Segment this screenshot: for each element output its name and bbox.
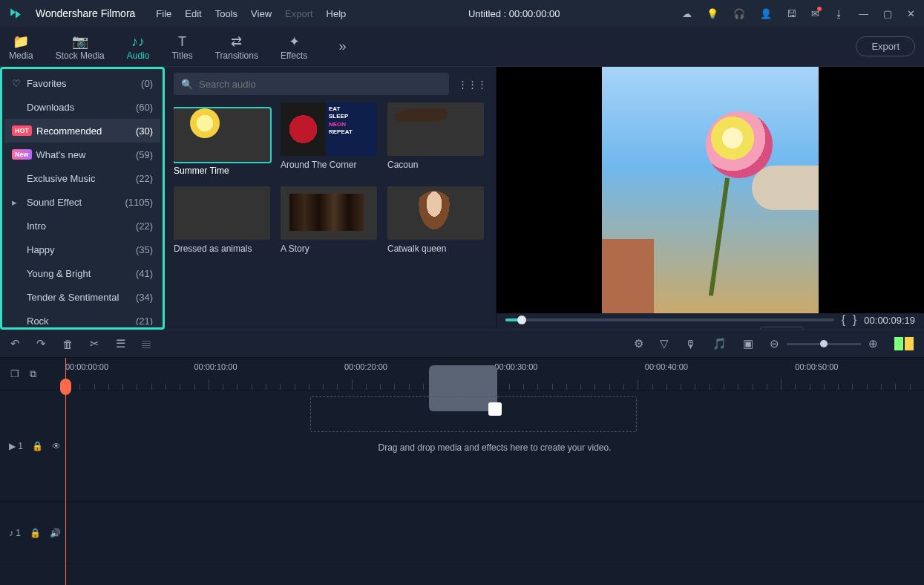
visibility-icon[interactable]: 👁 [52, 441, 61, 451]
thumb-label: Cacoun [387, 160, 484, 170]
thumb-label: Summer Time [174, 166, 270, 176]
magnet-icon[interactable]: ⧉ [30, 368, 36, 380]
playhead[interactable] [65, 358, 66, 585]
sidebar-item-young-bright[interactable]: Young & Bright(41) [4, 261, 160, 285]
new-badge: New [12, 149, 32, 160]
audio-track[interactable] [65, 502, 924, 563]
video-track-header: ▶ 1 🔒 👁 [0, 390, 65, 501]
scopes-icon[interactable] [894, 337, 914, 350]
video-track[interactable]: Drag and drop media and effects here to … [65, 390, 924, 501]
sidebar-item-happy[interactable]: Happy(35) [4, 238, 160, 261]
timeline: ❐ ⧉ 00:00:00:0000:00:10:0000:00:20:0000:… [0, 358, 924, 585]
audio-browser: 🔍 ⋮⋮⋮ Summer TimeEATSLEEPNEONREPEATAroun… [165, 67, 497, 330]
search-input[interactable] [199, 79, 442, 90]
preview-seek-slider[interactable] [505, 318, 834, 321]
tab-effects[interactable]: ✦Effects [281, 32, 307, 61]
maximize-icon[interactable]: ▢ [883, 8, 892, 19]
sidebar-item-tender-sentimental[interactable]: Tender & Sentimental(34) [4, 285, 160, 309]
menu-file[interactable]: File [156, 8, 171, 19]
search-audio[interactable]: 🔍 [174, 73, 449, 95]
audio-thumb[interactable]: Catwalk queen [387, 186, 484, 254]
sidebar-item-label: Exclusive Music [27, 173, 136, 184]
thumb-image [174, 108, 270, 162]
audio-thumb[interactable]: Dressed as animals [174, 186, 270, 254]
thumb-image [281, 186, 377, 240]
mute-icon[interactable]: 🔊 [50, 528, 61, 538]
thumb-image: EATSLEEPNEONREPEAT [281, 102, 377, 156]
redo-button[interactable]: ↷ [36, 337, 46, 350]
sidebar-item-intro[interactable]: Intro(22) [4, 214, 160, 238]
audio-thumb[interactable]: EATSLEEPNEONREPEATAround The Corner [281, 102, 377, 176]
zoom-in-button[interactable]: ⊕ [868, 337, 878, 350]
more-tabs-icon[interactable]: » [338, 39, 346, 54]
sidebar-item-label: Downloads [27, 102, 136, 113]
hot-badge: HOT [12, 125, 32, 136]
sidebar-item-downloads[interactable]: Downloads(60) [4, 95, 160, 119]
minimize-icon[interactable]: — [859, 8, 868, 19]
zoom-slider[interactable] [787, 343, 861, 345]
preview-timecode: 00:00:09:19 [864, 315, 915, 326]
text-icon: T [178, 35, 186, 48]
tab-media[interactable]: 📁Media [9, 32, 33, 61]
export-button[interactable]: Export [856, 36, 915, 56]
sidebar-item-recommended[interactable]: HOTRecommended(30) [4, 119, 160, 143]
audio-wave-icon[interactable]: 𝄙 [142, 337, 151, 350]
save-icon[interactable]: 🖫 [787, 8, 796, 19]
audio-thumb[interactable]: A Story [281, 186, 377, 254]
delete-button[interactable]: 🗑 [62, 338, 73, 350]
sidebar-item-count: (22) [136, 220, 153, 232]
voiceover-icon[interactable]: 🎙 [685, 338, 696, 350]
settings-icon[interactable]: ☰ [116, 337, 125, 350]
menu-help[interactable]: Help [327, 8, 347, 19]
menu-tools[interactable]: Tools [215, 8, 237, 19]
zoom-out-button[interactable]: ⊖ [770, 337, 779, 350]
crop-icon[interactable]: ▣ [743, 337, 753, 350]
close-icon[interactable]: ✕ [907, 8, 915, 19]
menu-edit[interactable]: Edit [185, 8, 201, 19]
thumb-label: A Story [281, 244, 377, 254]
grid-view-icon[interactable]: ⋮⋮⋮ [458, 79, 487, 90]
menu-view[interactable]: View [251, 8, 272, 19]
sidebar-item-sound-effect[interactable]: ▸Sound Effect(1105) [4, 190, 160, 214]
preview-viewport [497, 67, 924, 313]
sidebar-item-exclusive-music[interactable]: Exclusive Music(22) [4, 166, 160, 190]
lightbulb-icon[interactable]: 💡 [707, 8, 718, 19]
sidebar-item-what-s-new[interactable]: NewWhat's new(59) [4, 143, 160, 166]
account-icon[interactable]: 👤 [760, 8, 772, 19]
tab-stock-media[interactable]: 📷Stock Media [56, 32, 105, 61]
tab-titles[interactable]: TTitles [171, 32, 192, 61]
headphones-icon[interactable]: 🎧 [733, 8, 745, 19]
undo-button[interactable]: ↶ [10, 337, 20, 350]
camera-icon: 📷 [72, 35, 88, 48]
audio-thumb[interactable]: Cacoun [387, 102, 484, 176]
audio-thumb[interactable]: Summer Time [174, 102, 270, 176]
sidebar-item-label: Favorites [27, 78, 141, 89]
download-icon[interactable]: ⭳ [834, 8, 844, 19]
thumb-label: Around The Corner [281, 160, 377, 170]
marker-icon[interactable]: ▽ [660, 337, 669, 350]
audio-mixer-icon[interactable]: 🎵 [712, 337, 727, 350]
sidebar-item-count: (30) [136, 125, 153, 137]
sidebar-item-rock[interactable]: Rock(21) [4, 309, 160, 325]
mail-icon[interactable]: ✉ [811, 8, 819, 19]
mark-out-icon[interactable]: } [853, 313, 856, 327]
category-icon: ♡ [12, 78, 27, 89]
lock-icon[interactable]: 🔒 [30, 528, 41, 538]
lock-icon[interactable]: 🔒 [32, 441, 43, 451]
tab-audio[interactable]: ♪♪Audio [127, 32, 150, 61]
audio-categories-highlight: ♡Favorites(0)Downloads(60)HOTRecommended… [0, 67, 165, 330]
sidebar-item-count: (35) [136, 244, 153, 255]
menu-export: Export [285, 8, 313, 19]
timeline-drop-zone[interactable] [310, 396, 637, 432]
tab-transitions[interactable]: ⇄Transitions [215, 32, 258, 61]
render-icon[interactable]: ⚙ [634, 337, 643, 350]
mark-in-icon[interactable]: { [842, 313, 845, 327]
sidebar-item-count: (41) [136, 268, 153, 279]
cut-button[interactable]: ✂ [90, 337, 99, 350]
mode-tabs: 📁Media📷Stock Media♪♪AudioTTitles⇄Transit… [0, 27, 924, 67]
timeline-tracks-icon[interactable]: ❐ [10, 368, 19, 379]
cloud-icon[interactable]: ☁ [682, 8, 692, 19]
sidebar-item-count: (34) [136, 292, 153, 303]
thumb-image [387, 102, 484, 156]
sidebar-item-favorites[interactable]: ♡Favorites(0) [4, 71, 160, 95]
